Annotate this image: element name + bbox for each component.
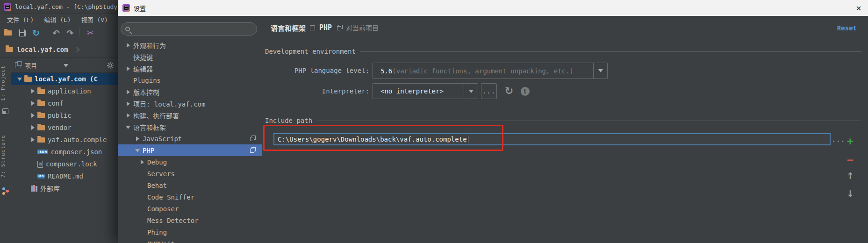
expand-arrow-icon[interactable]: [30, 125, 36, 130]
project-tree-item[interactable]: public: [11, 109, 118, 122]
expand-arrow-icon[interactable]: [30, 100, 36, 106]
save-button[interactable]: [16, 27, 28, 39]
expand-arrow-icon[interactable]: [30, 113, 36, 118]
undo-button[interactable]: ↶: [50, 27, 62, 39]
settings-tree: 外观和行为快捷键编辑器Plugins版本控制项目: local.yaf.com构…: [118, 39, 262, 243]
project-tree: local.yaf.com (Capplicationconfpublicven…: [11, 73, 118, 194]
tree-item-label: Behat: [147, 182, 167, 189]
menu-view[interactable]: 视图 (V): [76, 15, 113, 24]
settings-tree-item[interactable]: 语言和框架: [118, 121, 262, 133]
project-panel-title: 项目: [25, 61, 37, 70]
tool-window-stripe: 1: Project 7: Structure: [0, 58, 11, 243]
dialog-title-bar: 设置 ×: [118, 0, 868, 16]
open-folder-button[interactable]: [2, 27, 14, 39]
navigation-breadcrumb: local.yaf.com: [0, 41, 118, 58]
move-down-button[interactable]: ↓: [844, 187, 857, 200]
tree-indent: [30, 161, 36, 167]
collapse-arrow-icon[interactable]: [125, 124, 131, 130]
sync-button[interactable]: ↻: [30, 27, 42, 39]
collapse-arrow-icon[interactable]: [135, 148, 140, 153]
settings-search-box[interactable]: [121, 22, 257, 36]
project-tool-icon[interactable]: [2, 108, 8, 114]
project-tree-item[interactable]: conf: [11, 97, 118, 109]
settings-tree-item[interactable]: PHPUnit: [118, 238, 262, 243]
settings-tree-item[interactable]: 外观和行为: [118, 39, 262, 51]
hierarchy-icon[interactable]: [2, 187, 9, 195]
reload-interpreters-button[interactable]: ↻: [502, 84, 516, 97]
breadcrumb-project[interactable]: local.yaf.com: [17, 46, 68, 53]
tree-indent: [139, 206, 145, 212]
settings-tree-item[interactable]: JavaScript: [118, 133, 262, 144]
folder-icon: [37, 125, 45, 130]
project-tree-item[interactable]: composer.lock: [11, 158, 118, 170]
settings-tree-item[interactable]: 编辑器: [118, 63, 262, 74]
gear-icon[interactable]: [107, 62, 114, 69]
expand-arrow-icon[interactable]: [125, 113, 131, 118]
project-tree-item[interactable]: MDREADME.md: [11, 170, 118, 182]
expand-arrow-icon[interactable]: [139, 159, 145, 165]
main-toolbar: ↻ ↶ ↷ ✂: [0, 24, 118, 41]
tree-item-label: JavaScript: [143, 135, 182, 143]
settings-search-input[interactable]: [130, 26, 257, 33]
interpreter-browse-button[interactable]: ...: [481, 83, 497, 99]
settings-tree-item[interactable]: 版本控制: [118, 86, 262, 98]
settings-tree-item[interactable]: PHP: [118, 144, 262, 156]
tree-indent: [139, 218, 145, 223]
collapse-arrow-icon[interactable]: [17, 76, 22, 82]
settings-tree-item[interactable]: Mess Detector: [118, 214, 262, 226]
tree-item-label: composer.json: [51, 148, 102, 156]
project-tree-item[interactable]: 外部库: [11, 182, 118, 194]
move-up-button[interactable]: ↑: [844, 169, 857, 182]
settings-tree-item[interactable]: Servers: [118, 168, 262, 179]
tree-indent: [23, 186, 29, 191]
close-icon[interactable]: ×: [849, 0, 868, 16]
settings-tree-panel: 外观和行为快捷键编辑器Plugins版本控制项目: local.yaf.com构…: [118, 16, 262, 243]
expand-arrow-icon[interactable]: [135, 136, 140, 142]
tool-button-project[interactable]: 1: Project: [0, 61, 11, 106]
include-path-browse-button[interactable]: ...: [832, 133, 845, 145]
folder-icon: [37, 89, 45, 94]
settings-tree-item[interactable]: Composer: [118, 203, 262, 214]
redo-button[interactable]: ↷: [64, 27, 76, 39]
cut-button[interactable]: ✂: [84, 27, 96, 39]
expand-arrow-icon[interactable]: [125, 66, 131, 71]
settings-tree-item[interactable]: Plugins: [118, 74, 262, 86]
settings-tree-item[interactable]: Phing: [118, 226, 262, 238]
tool-button-structure[interactable]: 7: Structure: [0, 128, 11, 184]
breadcrumb-section: 语言和框架: [271, 23, 306, 33]
settings-tree-item[interactable]: Behat: [118, 179, 262, 191]
interpreter-dropdown[interactable]: <no interpreter>: [373, 83, 478, 99]
reset-link[interactable]: Reset: [837, 24, 857, 32]
project-tree-item[interactable]: application: [11, 85, 118, 97]
project-tree-item[interactable]: local.yaf.com (C: [11, 73, 118, 85]
php-settings-page: 语言和框架 PHP 对当前项目 Reset Development enviro…: [262, 16, 868, 243]
menu-edit[interactable]: 编辑 (E): [39, 15, 76, 24]
add-button[interactable]: +: [844, 135, 857, 148]
expand-arrow-icon[interactable]: [30, 88, 36, 94]
expand-arrow-icon[interactable]: [125, 101, 131, 107]
project-tree-item[interactable]: vendor: [11, 122, 118, 134]
expand-arrow-icon[interactable]: [30, 137, 36, 143]
section-rule: [317, 121, 861, 121]
settings-tree-item[interactable]: 快捷键: [118, 51, 262, 63]
interpreter-info-button[interactable]: i: [520, 86, 530, 96]
project-tree-item[interactable]: JSONcomposer.json: [11, 146, 118, 158]
project-view-icon: [15, 62, 21, 68]
expand-arrow-icon[interactable]: [125, 43, 131, 48]
chevron-down-icon[interactable]: [63, 63, 69, 68]
expand-arrow-icon[interactable]: [125, 89, 131, 95]
phpstorm-icon: [122, 4, 130, 12]
dropdown-arrow-icon[interactable]: [593, 63, 607, 79]
settings-tree-item[interactable]: Code Sniffer: [118, 191, 262, 203]
settings-tree-item[interactable]: Debug: [118, 156, 262, 168]
dropdown-arrow-icon[interactable]: [464, 84, 478, 99]
php-level-dropdown[interactable]: 5.6 (variadic functions, argument unpack…: [373, 63, 608, 79]
menu-file[interactable]: 文件 (F): [2, 15, 39, 24]
settings-tree-item[interactable]: 构建、执行部署: [118, 109, 262, 121]
project-tree-item[interactable]: yaf.auto.comple: [11, 134, 118, 146]
settings-dialog: 设置 × 外观和行为快捷键编辑器Plugins版本控制项目: local.yaf…: [118, 0, 868, 243]
php-level-hint: (variadic functions, argument unpacking,…: [392, 67, 574, 75]
settings-tree-item[interactable]: 项目: local.yaf.com: [118, 98, 262, 109]
toolbar-separator: [45, 28, 45, 37]
remove-button[interactable]: −: [844, 153, 857, 166]
